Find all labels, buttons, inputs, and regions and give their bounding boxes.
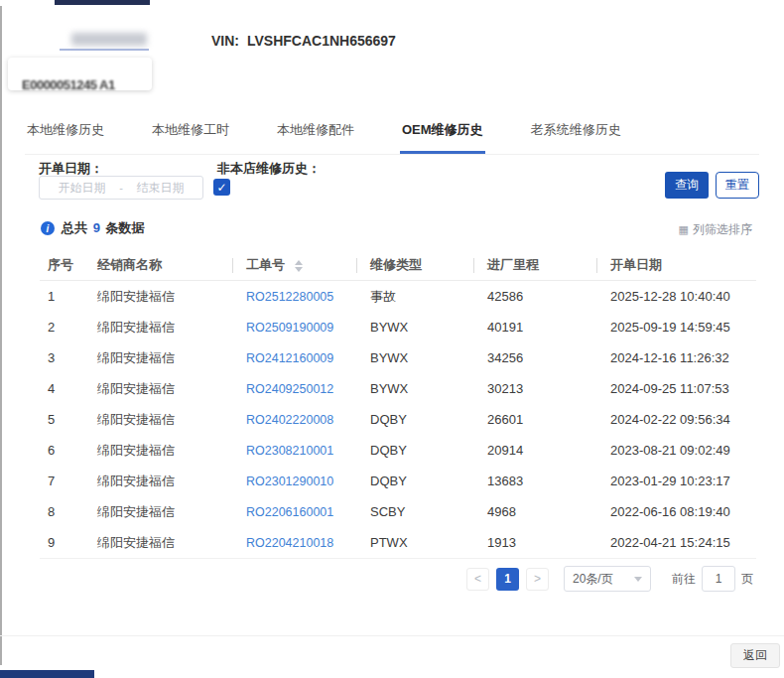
vin-label: VIN: xyxy=(211,33,239,49)
column-header-mileage: 进厂里程 xyxy=(479,256,602,274)
work-order-link[interactable]: RO2308210001 xyxy=(246,444,333,458)
vin-value: LVSHFCAC1NH656697 xyxy=(247,33,396,49)
info-icon: i xyxy=(41,221,55,235)
row-dealer-name: 绵阳安捷福信 xyxy=(89,349,238,367)
tab-local-repair-history[interactable]: 本地维修历史 xyxy=(25,115,106,154)
row-order-date: 2023-08-21 09:02:49 xyxy=(602,443,756,458)
tab-legacy-repair-history[interactable]: 老系统维修历史 xyxy=(529,115,623,154)
row-mileage: 30213 xyxy=(479,381,602,396)
prev-page-button[interactable]: < xyxy=(466,568,489,591)
start-date-placeholder[interactable]: 开始日期 xyxy=(48,180,116,197)
goto-page-input[interactable] xyxy=(702,566,735,592)
row-repair-type: 事故 xyxy=(362,288,479,306)
row-order-date: 2025-12-28 10:40:40 xyxy=(602,289,756,304)
pagination: < 1 > 20条/页 前往 页 xyxy=(466,566,753,592)
nonlocal-history-checkbox[interactable]: ✓ xyxy=(213,179,230,196)
goto-page-group: 前往 页 xyxy=(672,566,753,592)
row-order-date: 2022-06-16 08:19:40 xyxy=(602,504,756,519)
nonlocal-history-filter-label: 非本店维修历史： xyxy=(217,160,321,178)
row-order-date: 2025-09-19 14:59:45 xyxy=(602,320,756,335)
work-order-link[interactable]: RO2509190009 xyxy=(246,321,333,335)
row-repair-type: PTWX xyxy=(362,535,479,550)
table-row: 4 绵阳安捷福信 RO2409250012 BYWX 30213 2024-09… xyxy=(40,373,756,404)
work-order-link[interactable]: RO2301290010 xyxy=(246,475,333,488)
redacted-underline xyxy=(60,49,149,51)
column-header-order-no[interactable]: 工单号 xyxy=(238,256,362,274)
page-number-current[interactable]: 1 xyxy=(496,568,519,591)
row-repair-type: SCBY xyxy=(362,504,479,519)
sort-icon[interactable] xyxy=(295,260,303,272)
checkmark-icon: ✓ xyxy=(216,182,226,194)
work-order-link[interactable]: RO2206160001 xyxy=(246,505,333,519)
search-button[interactable]: 查询 xyxy=(665,172,709,199)
row-repair-type: DQBY xyxy=(362,474,479,488)
row-order-date: 2023-01-29 10:23:17 xyxy=(602,474,756,488)
row-seq: 2 xyxy=(40,320,89,335)
work-order-link[interactable]: RO2409250012 xyxy=(246,382,333,396)
table-header-row: 序号 经销商名称 工单号 维修类型 进厂里程 开单日期 xyxy=(40,250,756,281)
sort-asc-icon xyxy=(295,260,303,265)
row-repair-type: BYWX xyxy=(362,381,479,396)
row-order-date: 2024-02-22 09:56:34 xyxy=(602,412,756,427)
table-row: 1 绵阳安捷福信 RO2512280005 事故 42586 2025-12-2… xyxy=(40,281,756,312)
table-row: 7 绵阳安捷福信 RO2301290010 DQBY 13683 2023-01… xyxy=(40,466,756,496)
table-row: 2 绵阳安捷福信 RO2509190009 BYWX 40191 2025-09… xyxy=(40,312,756,342)
tab-bar: 本地维修历史 本地维修工时 本地维修配件 OEM维修历史 老系统维修历史 xyxy=(25,115,759,155)
row-mileage: 26601 xyxy=(479,412,602,427)
repair-history-window: E0000051245 A1 VIN:LVSHFCAC1NH656697 本地维… xyxy=(0,0,784,678)
sort-desc-icon xyxy=(295,267,303,272)
column-header-mileage-label: 进厂里程 xyxy=(487,257,539,272)
back-button[interactable]: 返回 xyxy=(730,643,780,668)
vin-line: VIN:LVSHFCAC1NH656697 xyxy=(211,33,396,49)
row-mileage: 34256 xyxy=(479,350,602,365)
row-seq: 6 xyxy=(40,443,89,458)
reset-button[interactable]: 重置 xyxy=(716,172,759,199)
next-page-button[interactable]: > xyxy=(526,568,549,591)
row-dealer-name: 绵阳安捷福信 xyxy=(89,411,238,429)
column-filter-sort-button[interactable]: ▦ 列筛选排序 xyxy=(679,221,752,238)
row-dealer-name: 绵阳安捷福信 xyxy=(89,473,238,490)
total-prefix: 总共 xyxy=(62,220,87,235)
page-unit-label: 页 xyxy=(741,571,753,588)
column-divider xyxy=(232,258,233,273)
work-order-link[interactable]: RO2512280005 xyxy=(246,290,333,304)
total-count: 9 xyxy=(91,220,102,235)
work-order-link[interactable]: RO2402220008 xyxy=(246,413,333,427)
column-divider xyxy=(473,258,474,273)
column-header-order-date: 开单日期 xyxy=(602,256,756,274)
tab-oem-repair-history[interactable]: OEM维修历史 xyxy=(400,115,485,154)
row-seq: 7 xyxy=(40,474,89,488)
row-mileage: 1913 xyxy=(479,535,602,550)
row-seq: 4 xyxy=(40,381,89,396)
tab-local-labor-hours[interactable]: 本地维修工时 xyxy=(150,115,231,154)
top-navy-bar xyxy=(55,0,150,5)
row-mileage: 42586 xyxy=(479,289,602,304)
row-dealer-name: 绵阳安捷福信 xyxy=(89,380,238,398)
row-dealer-name: 绵阳安捷福信 xyxy=(89,288,238,306)
row-repair-type: BYWX xyxy=(362,320,479,335)
row-dealer-name: 绵阳安捷福信 xyxy=(89,442,238,460)
row-seq: 3 xyxy=(40,350,89,365)
tab-local-parts[interactable]: 本地维修配件 xyxy=(275,115,356,154)
total-suffix: 条数据 xyxy=(105,220,144,235)
work-order-link[interactable]: RO2412160009 xyxy=(246,351,333,365)
column-header-order-no-label: 工单号 xyxy=(246,257,285,272)
goto-label: 前往 xyxy=(672,571,696,588)
row-repair-type: DQBY xyxy=(362,443,479,458)
footer-divider xyxy=(0,635,784,636)
table-row: 8 绵阳安捷福信 RO2206160001 SCBY 4968 2022-06-… xyxy=(40,496,756,527)
page-size-select[interactable]: 20条/页 xyxy=(564,566,651,592)
column-header-repair-type: 维修类型 xyxy=(362,256,479,274)
masked-vehicle-code: E0000051245 A1 xyxy=(22,77,115,92)
work-order-link[interactable]: RO2204210018 xyxy=(246,536,333,550)
table-row: 5 绵阳安捷福信 RO2402220008 DQBY 26601 2024-02… xyxy=(40,404,756,435)
row-dealer-name: 绵阳安捷福信 xyxy=(89,503,238,521)
row-order-date: 2024-12-16 11:26:32 xyxy=(602,350,756,365)
date-range-input[interactable]: 开始日期 - 结束日期 xyxy=(39,176,203,200)
row-order-date: 2024-09-25 11:07:53 xyxy=(602,381,756,396)
column-divider xyxy=(356,258,357,273)
end-date-placeholder[interactable]: 结束日期 xyxy=(126,180,195,197)
chevron-down-icon xyxy=(634,577,642,582)
date-range-separator: - xyxy=(116,182,126,194)
column-header-dealer: 经销商名称 xyxy=(89,256,238,274)
